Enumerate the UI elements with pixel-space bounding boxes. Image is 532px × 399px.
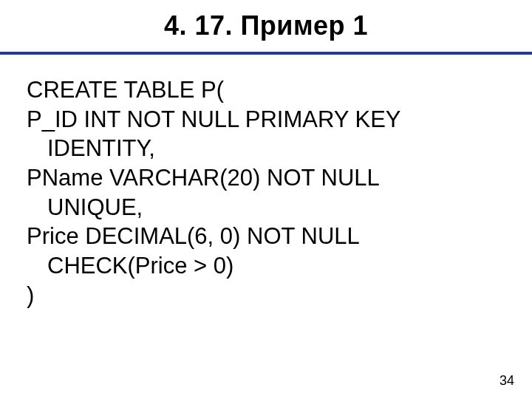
code-line: IDENTITY, (27, 134, 505, 163)
code-line: P_ID INT NOT NULL PRIMARY KEY (27, 105, 505, 134)
slide: 4. 17. Пример 1 CREATE TABLE P( P_ID INT… (0, 0, 532, 399)
slide-title: 4. 17. Пример 1 (0, 0, 532, 52)
code-line: CREATE TABLE P( (27, 75, 505, 105)
code-line: CHECK(Price > 0) (27, 251, 505, 281)
code-line: PName VARCHAR(20) NOT NULL (27, 163, 505, 193)
code-line: Price DECIMAL(6, 0) NOT NULL (27, 222, 505, 251)
code-line: UNIQUE, (27, 193, 505, 222)
page-number: 34 (499, 373, 514, 389)
code-line: ) (27, 281, 505, 310)
slide-body: CREATE TABLE P( P_ID INT NOT NULL PRIMAR… (0, 55, 532, 310)
